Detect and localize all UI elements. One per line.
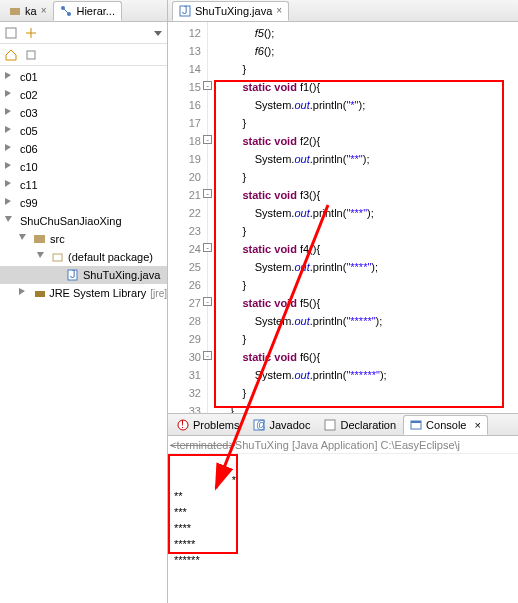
svg-rect-6 [34,235,45,243]
home-icon[interactable] [4,48,18,62]
svg-text:J: J [182,5,188,16]
console-icon [410,419,422,431]
package-icon [9,5,21,17]
decl-icon [324,419,336,431]
fold-toggle-icon[interactable]: - [203,135,212,144]
left-toolbar-2 [0,44,167,66]
tree-item[interactable]: c05 [0,122,167,140]
package-icon [52,251,64,263]
close-icon[interactable]: × [276,5,282,16]
console-launch-label: ShuTuXing [Java Application] C:\EasyEcli… [235,439,460,451]
svg-rect-0 [10,8,20,15]
tree-project[interactable]: ShuChuSanJiaoXing [0,212,167,230]
tree-item[interactable]: c03 [0,104,167,122]
annotation-box [214,80,504,408]
console-output[interactable]: * ** *** **** ***** ****** [168,454,518,603]
tree-package[interactable]: (default package) [0,248,167,266]
library-icon [34,287,46,299]
tree-item[interactable]: c99 [0,194,167,212]
tree-item[interactable]: c11 [0,176,167,194]
tree-item[interactable]: c01 [0,68,167,86]
editor-tabs: J ShuTuXing.java × [168,0,518,22]
tree-item[interactable]: c06 [0,140,167,158]
javadoc-icon: @ [253,419,265,431]
tree-item[interactable]: c02 [0,86,167,104]
fold-toggle-icon[interactable]: - [203,351,212,360]
code-line[interactable]: f6(); [218,42,518,60]
view-tab-console[interactable]: Console× [403,415,488,435]
bottom-view-tabs: !Problems@JavadocDeclarationConsole× [168,414,518,436]
view-tab-problems[interactable]: !Problems [170,415,246,435]
console-status: <terminated> ShuTuXing [Java Application… [168,436,518,454]
svg-rect-4 [6,28,16,38]
src-folder-icon [34,233,46,245]
java-file-icon: J [67,269,79,281]
link-editor-icon[interactable] [24,26,38,40]
tab-label: ka [25,5,37,17]
fold-toggle-icon[interactable]: - [203,243,212,252]
svg-rect-10 [35,291,45,297]
collapse-all-icon[interactable] [4,26,18,40]
view-tab-javadoc[interactable]: @Javadoc [246,415,317,435]
tree-jre[interactable]: JRE System Library [jre] [0,284,167,302]
java-file-icon: J [179,5,191,17]
tab-package-explorer[interactable]: ka × [2,1,53,21]
close-icon[interactable]: × [41,5,47,16]
svg-text:J: J [70,269,76,280]
package-explorer-tree[interactable]: c01c02c03c05c06c10c11c99ShuChuSanJiaoXin… [0,66,167,603]
left-toolbar [0,22,167,44]
svg-rect-7 [53,254,62,261]
hierarchy-icon [60,5,72,17]
tab-label: Hierar... [76,5,115,17]
left-view-tabs: ka × Hierar... [0,0,167,22]
code-line[interactable]: f5(); [218,24,518,42]
fold-toggle-icon[interactable]: - [203,189,212,198]
svg-text:!: ! [181,419,184,430]
view-menu-icon[interactable] [153,28,163,38]
tree-item[interactable]: c10 [0,158,167,176]
svg-rect-5 [27,51,35,59]
filter-icon[interactable] [24,48,38,62]
tree-src-folder[interactable]: src [0,230,167,248]
tree-java-file[interactable]: JShuTuXing.java [0,266,167,284]
editor-tab-label: ShuTuXing.java [195,5,272,17]
svg-rect-17 [325,420,335,430]
code-editor[interactable]: 12131415-161718-192021-222324-252627-282… [168,22,518,413]
svg-text:@: @ [256,419,265,430]
problems-icon: ! [177,419,189,431]
code-line[interactable]: } [218,60,518,78]
line-number-gutter: 12131415-161718-192021-222324-252627-282… [168,22,208,413]
view-tab-declaration[interactable]: Declaration [317,415,403,435]
fold-toggle-icon[interactable]: - [203,81,212,90]
tab-hierarchy[interactable]: Hierar... [53,1,122,21]
annotation-box [168,454,238,554]
console-terminated-label: <terminated> [170,439,235,451]
fold-toggle-icon[interactable]: - [203,297,212,306]
svg-rect-19 [411,421,421,423]
editor-tab[interactable]: J ShuTuXing.java × [172,1,289,21]
close-icon[interactable]: × [474,419,480,431]
svg-line-3 [63,8,69,14]
